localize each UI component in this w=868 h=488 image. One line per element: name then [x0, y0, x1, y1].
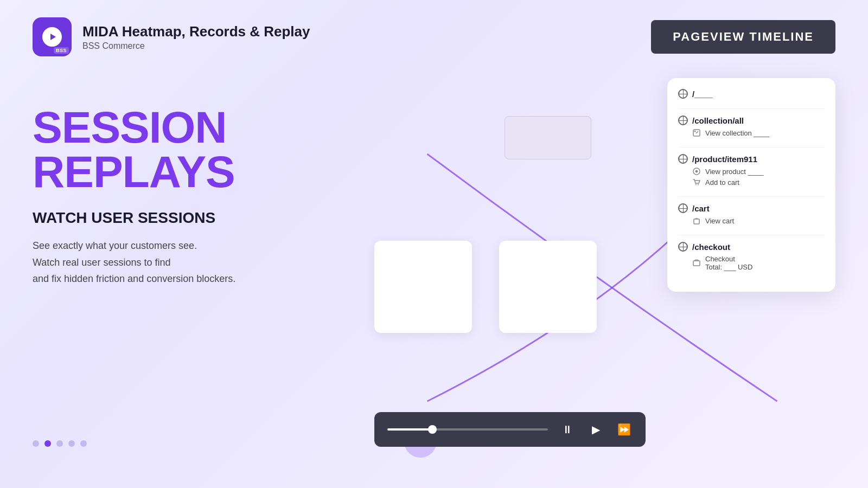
svg-point-3 — [695, 184, 697, 185]
view-product-text: View product ____ — [705, 168, 763, 176]
route-root-text: /____ — [692, 89, 713, 99]
action-checkout: Checkout Total: ___ USD — [692, 255, 825, 271]
hero-title: SESSION REPLAYS — [33, 105, 369, 194]
svg-point-4 — [698, 184, 699, 185]
product-icon — [692, 167, 701, 176]
logo-badge: BSS — [54, 47, 69, 54]
app-title: MIDA Heatmap, Records & Replay — [82, 23, 310, 40]
carousel-dots — [33, 440, 87, 447]
play-button[interactable]: ▶ — [587, 421, 604, 438]
globe-icon-cart — [678, 203, 688, 213]
cart-icon — [692, 178, 701, 187]
timeline-item-product: /product/item911 View product ____ — [678, 154, 825, 187]
view-collection-text: View collection ____ — [705, 129, 769, 137]
globe-icon-product — [678, 154, 688, 164]
actions-cart: View cart — [692, 216, 825, 225]
actions-collection: View collection ____ — [692, 129, 825, 137]
hero-subtitle: WATCH USER SESSIONS — [33, 209, 369, 227]
timeline-item-checkout: /checkout Checkout Total: ___ USD — [678, 242, 825, 271]
actions-checkout: Checkout Total: ___ USD — [692, 255, 825, 271]
route-product: /product/item911 — [678, 154, 825, 164]
route-cart: /cart — [678, 203, 825, 213]
actions-product: View product ____ Add to cart — [692, 167, 825, 187]
divider-4 — [678, 235, 825, 235]
svg-rect-6 — [693, 261, 700, 266]
app-logo: BSS — [33, 17, 72, 56]
route-collection-text: /collection/all — [692, 116, 744, 125]
screen-mockup-bottom-right — [499, 241, 597, 333]
svg-point-1 — [694, 131, 696, 132]
screen-mockup-top — [505, 116, 591, 159]
add-to-cart-text: Add to cart — [705, 178, 739, 187]
bag-icon — [692, 216, 701, 225]
carousel-dot-5[interactable] — [80, 440, 87, 447]
carousel-dot-1[interactable] — [33, 440, 39, 447]
progress-thumb — [428, 425, 437, 434]
desc-line3: and fix hidden friction and conversion b… — [33, 273, 235, 284]
route-product-text: /product/item911 — [692, 155, 757, 164]
carousel-dot-2[interactable] — [44, 440, 51, 447]
checkout-label: Checkout — [705, 255, 752, 263]
divider-2 — [678, 147, 825, 147]
desc-line1: See exactly what your customers see. — [33, 240, 197, 251]
svg-rect-5 — [694, 219, 699, 224]
timeline-item-collection: /collection/all View collection ____ — [678, 115, 825, 137]
checkout-total: Total: ___ USD — [705, 263, 752, 271]
right-area: ↖ ⏸ ▶ ⏩ /____ — [369, 89, 835, 479]
action-view-product: View product ____ — [692, 167, 825, 176]
route-cart-text: /cart — [692, 204, 710, 213]
divider-1 — [678, 108, 825, 109]
hero-description: See exactly what your customers see. Wat… — [33, 237, 369, 287]
desc-line2: Watch real user sessions to find — [33, 257, 170, 268]
route-checkout-text: /checkout — [692, 242, 730, 252]
timeline-panel: /____ /collection/all — [667, 78, 835, 292]
action-add-cart: Add to cart — [692, 178, 825, 187]
timeline-item-cart: /cart View cart — [678, 203, 825, 225]
header-left: BSS MIDA Heatmap, Records & Replay BSS C… — [33, 17, 310, 56]
checkout-icon — [692, 259, 701, 267]
left-content: SESSION REPLAYS WATCH USER SESSIONS See … — [33, 89, 369, 479]
route-root: /____ — [678, 89, 825, 99]
action-view-collection: View collection ____ — [692, 129, 825, 137]
globe-icon-collection — [678, 115, 688, 125]
divider-3 — [678, 196, 825, 197]
globe-icon-checkout — [678, 242, 688, 252]
app-subtitle: BSS Commerce — [82, 41, 310, 51]
action-view-cart: View cart — [692, 216, 825, 225]
pageview-timeline-button[interactable]: PAGEVIEW TIMELINE — [651, 20, 835, 54]
tag-icon — [692, 129, 701, 137]
forward-button[interactable]: ⏩ — [615, 421, 633, 438]
checkout-text: Checkout Total: ___ USD — [705, 255, 752, 271]
timeline-item-root: /____ — [678, 89, 825, 99]
header: BSS MIDA Heatmap, Records & Replay BSS C… — [0, 0, 868, 56]
screen-mockup-bottom-left: ↖ — [374, 241, 472, 333]
globe-icon-root — [678, 89, 688, 99]
carousel-dot-4[interactable] — [68, 440, 75, 447]
carousel-dot-3[interactable] — [56, 440, 63, 447]
video-controls: ⏸ ▶ ⏩ — [374, 412, 646, 447]
logo-icon — [42, 27, 62, 47]
route-checkout: /checkout — [678, 242, 825, 252]
progress-fill — [387, 428, 432, 431]
main-content: SESSION REPLAYS WATCH USER SESSIONS See … — [0, 56, 868, 479]
app-info: MIDA Heatmap, Records & Replay BSS Comme… — [82, 23, 310, 51]
view-cart-text: View cart — [705, 217, 734, 225]
progress-bar[interactable] — [387, 428, 548, 431]
pause-button[interactable]: ⏸ — [559, 421, 576, 438]
route-collection: /collection/all — [678, 115, 825, 125]
